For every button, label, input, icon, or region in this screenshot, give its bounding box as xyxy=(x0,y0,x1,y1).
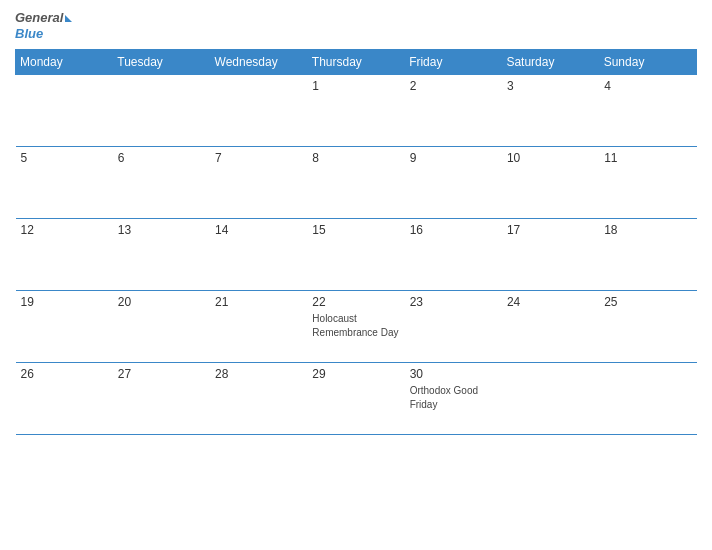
day-number: 16 xyxy=(410,223,497,237)
day-cell: 12 xyxy=(16,219,113,291)
day-number: 3 xyxy=(507,79,594,93)
day-number: 7 xyxy=(215,151,302,165)
day-cell: 27 xyxy=(113,363,210,435)
calendar-header: General Blue xyxy=(15,10,697,41)
day-cell: 16 xyxy=(405,219,502,291)
day-number: 26 xyxy=(21,367,108,381)
event-label: Orthodox Good Friday xyxy=(410,385,478,410)
logo-general-text: General xyxy=(15,10,63,25)
day-cell xyxy=(113,75,210,147)
day-cell: 17 xyxy=(502,219,599,291)
day-number: 5 xyxy=(21,151,108,165)
day-cell: 23 xyxy=(405,291,502,363)
day-number: 2 xyxy=(410,79,497,93)
week-row-5: 2627282930Orthodox Good Friday xyxy=(16,363,697,435)
day-cell xyxy=(502,363,599,435)
day-cell: 7 xyxy=(210,147,307,219)
day-cell: 10 xyxy=(502,147,599,219)
day-number: 4 xyxy=(604,79,691,93)
weekday-header-friday: Friday xyxy=(405,50,502,75)
day-number: 13 xyxy=(118,223,205,237)
day-number: 14 xyxy=(215,223,302,237)
day-number: 6 xyxy=(118,151,205,165)
week-row-3: 12131415161718 xyxy=(16,219,697,291)
weekday-header-sunday: Sunday xyxy=(599,50,696,75)
day-cell: 29 xyxy=(307,363,404,435)
day-cell: 18 xyxy=(599,219,696,291)
weekday-header-monday: Monday xyxy=(16,50,113,75)
day-cell: 11 xyxy=(599,147,696,219)
day-number: 18 xyxy=(604,223,691,237)
day-cell: 4 xyxy=(599,75,696,147)
day-cell: 3 xyxy=(502,75,599,147)
day-number: 20 xyxy=(118,295,205,309)
week-row-1: 1234 xyxy=(16,75,697,147)
calendar-grid: MondayTuesdayWednesdayThursdayFridaySatu… xyxy=(15,49,697,435)
day-number: 24 xyxy=(507,295,594,309)
weekday-header-wednesday: Wednesday xyxy=(210,50,307,75)
calendar-container: General Blue MondayTuesdayWednesdayThurs… xyxy=(0,0,712,550)
day-cell xyxy=(16,75,113,147)
day-number: 29 xyxy=(312,367,399,381)
day-number: 27 xyxy=(118,367,205,381)
logo-triangle-icon xyxy=(65,15,72,22)
week-row-2: 567891011 xyxy=(16,147,697,219)
day-number: 11 xyxy=(604,151,691,165)
day-cell xyxy=(599,363,696,435)
day-number: 8 xyxy=(312,151,399,165)
day-cell: 19 xyxy=(16,291,113,363)
day-cell: 30Orthodox Good Friday xyxy=(405,363,502,435)
weekday-header-saturday: Saturday xyxy=(502,50,599,75)
day-cell: 25 xyxy=(599,291,696,363)
weekday-header-thursday: Thursday xyxy=(307,50,404,75)
day-number: 15 xyxy=(312,223,399,237)
day-cell: 26 xyxy=(16,363,113,435)
day-cell: 6 xyxy=(113,147,210,219)
day-cell xyxy=(210,75,307,147)
day-cell: 15 xyxy=(307,219,404,291)
day-number: 25 xyxy=(604,295,691,309)
day-cell: 1 xyxy=(307,75,404,147)
day-cell: 14 xyxy=(210,219,307,291)
weekday-header-row: MondayTuesdayWednesdayThursdayFridaySatu… xyxy=(16,50,697,75)
day-cell: 2 xyxy=(405,75,502,147)
logo: General Blue xyxy=(15,10,72,41)
day-number: 9 xyxy=(410,151,497,165)
week-row-4: 19202122Holocaust Remembrance Day232425 xyxy=(16,291,697,363)
day-number: 10 xyxy=(507,151,594,165)
logo-blue-text: Blue xyxy=(15,26,43,41)
day-number: 22 xyxy=(312,295,399,309)
day-cell: 8 xyxy=(307,147,404,219)
day-number: 17 xyxy=(507,223,594,237)
event-label: Holocaust Remembrance Day xyxy=(312,313,398,338)
day-cell: 22Holocaust Remembrance Day xyxy=(307,291,404,363)
day-number: 28 xyxy=(215,367,302,381)
day-cell: 28 xyxy=(210,363,307,435)
day-number: 21 xyxy=(215,295,302,309)
day-cell: 5 xyxy=(16,147,113,219)
day-number: 12 xyxy=(21,223,108,237)
day-number: 23 xyxy=(410,295,497,309)
day-cell: 24 xyxy=(502,291,599,363)
weekday-header-tuesday: Tuesday xyxy=(113,50,210,75)
day-cell: 21 xyxy=(210,291,307,363)
day-cell: 20 xyxy=(113,291,210,363)
day-number: 19 xyxy=(21,295,108,309)
day-cell: 13 xyxy=(113,219,210,291)
day-cell: 9 xyxy=(405,147,502,219)
day-number: 1 xyxy=(312,79,399,93)
day-number: 30 xyxy=(410,367,497,381)
